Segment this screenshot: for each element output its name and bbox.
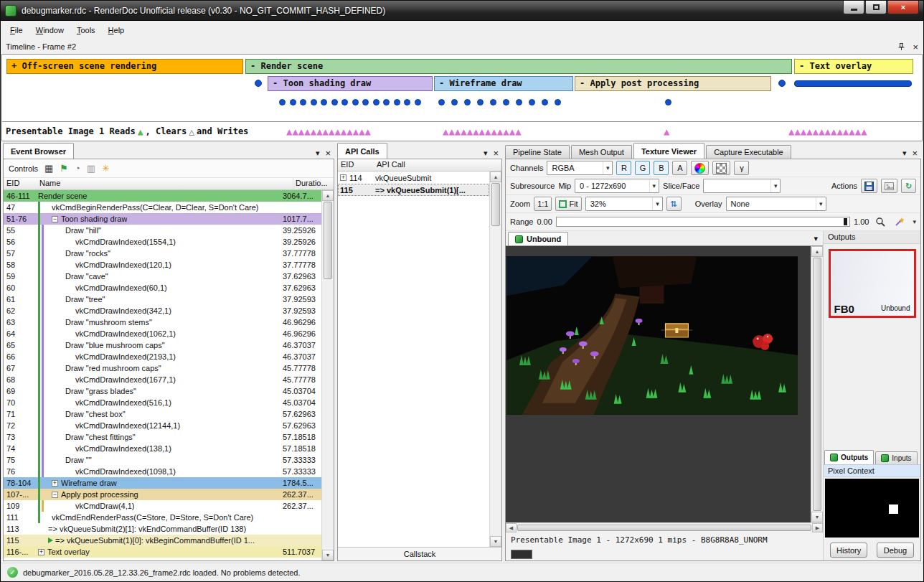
tab-capture-executable[interactable]: Capture Executable [706, 145, 791, 159]
minimize-button[interactable] [843, 1, 864, 14]
event-row[interactable]: 109vkCmdDraw(4,1)262.37... [4, 500, 321, 512]
texture-list-chevron-icon[interactable]: ▾ [811, 234, 821, 245]
scroll-down-icon[interactable]: ▼ [490, 536, 501, 547]
texture-tab-unbound[interactable]: Unbound [508, 232, 568, 245]
column-eid[interactable]: EID [4, 178, 38, 189]
collapse-icon[interactable]: − [52, 216, 58, 222]
writes-triangles-group[interactable]: ▲▲▲▲▲▲▲▲▲▲▲▲▲▲ [286, 126, 371, 137]
api-call-row[interactable]: 115=> vkQueueSubmit(1)[... [338, 184, 489, 196]
writes-triangles-group[interactable]: ▲▲▲▲▲▲▲▲▲▲▲▲▲ [788, 126, 867, 137]
slice-face-select[interactable]: ▾ [703, 179, 781, 193]
api-calls-scrollbar[interactable]: ▲ ▼ [489, 172, 501, 547]
refresh-button[interactable]: ↻ [901, 179, 916, 193]
timeline-draw-dot[interactable] [477, 99, 484, 105]
open-texture-button[interactable] [881, 179, 897, 193]
timeline-marker-bar[interactable]: - Render scene [245, 59, 792, 74]
timeline-draw-dot[interactable] [290, 99, 296, 105]
event-row[interactable]: 75Draw ""57.33333 [4, 454, 321, 466]
timeline-draw-dot[interactable] [321, 99, 327, 105]
close-button[interactable]: × [887, 1, 919, 14]
column-name[interactable]: Name [38, 178, 293, 189]
texture-viewer-close-icon[interactable]: × [912, 148, 918, 159]
options-star-icon[interactable]: ✳ [102, 164, 110, 173]
timeline-draw-dot[interactable] [665, 99, 671, 105]
texture-display[interactable] [506, 246, 811, 522]
save-texture-button[interactable] [861, 179, 877, 193]
bookmark-flag-icon[interactable]: ⚑ [60, 164, 68, 173]
mip-select[interactable]: 0 - 1272x690 ▾ [575, 179, 659, 193]
event-browser-menu-icon[interactable]: ▾ [316, 149, 320, 158]
menu-tools[interactable]: Tools [70, 22, 102, 38]
timeline-marker-bar[interactable]: - Toon shading draw [268, 76, 433, 91]
side-tab-inputs[interactable]: Inputs [875, 451, 917, 464]
scroll-up-icon[interactable]: ▲ [490, 172, 501, 182]
zoom-range-button[interactable] [872, 215, 888, 229]
timeline-marker-bar[interactable]: + Off-screen scene rendering [6, 59, 243, 74]
timeline-marker-bar[interactable]: - Wireframe draw [434, 76, 573, 91]
timeline-draw-dot[interactable] [778, 80, 786, 87]
range-min-value[interactable]: 0.00 [537, 217, 552, 226]
event-row[interactable]: 64vkCmdDrawIndexed(1062,1)46.96296 [4, 328, 321, 339]
event-row[interactable]: 59Draw "cave"37.62963 [4, 271, 321, 282]
event-row[interactable]: 73Draw "chest fittings"57.18518 [4, 431, 321, 443]
channels-select[interactable]: RGBA ▾ [547, 161, 613, 175]
background-checker-button[interactable] [712, 161, 730, 175]
gamma-button[interactable]: γ [734, 161, 749, 175]
texture-viewer-menu-icon[interactable]: ▾ [902, 149, 907, 158]
timeline-draw-dot[interactable] [451, 99, 458, 105]
overlay-select[interactable]: None ▾ [726, 197, 826, 211]
range-options-icon[interactable]: ▾ [913, 218, 916, 225]
timeline-draw-dot[interactable] [555, 99, 561, 105]
column-duration[interactable]: Duratio... [293, 178, 334, 189]
event-row[interactable]: 115=> vkQueueSubmit(1)[0]: vkBeginComman… [4, 535, 321, 546]
timeline-draw-dot[interactable] [311, 99, 317, 105]
event-row[interactable]: 66vkCmdDrawIndexed(2193,1)46.37037 [4, 351, 321, 362]
event-row[interactable]: 62vkCmdDrawIndexed(342,1)37.92593 [4, 305, 321, 316]
event-row[interactable]: 113=> vkQueueSubmit(2)[1]: vkEndCommandB… [4, 523, 321, 535]
column-api-call[interactable]: API Call [375, 159, 501, 171]
range-max-value[interactable]: 1.00 [854, 217, 869, 226]
expand-icon[interactable]: + [340, 174, 346, 181]
controls-label[interactable]: Controls [9, 164, 38, 173]
event-row[interactable]: 55Draw "hill"39.25926 [4, 225, 321, 236]
event-row[interactable]: 58vkCmdDrawIndexed(120,1)37.77778 [4, 259, 321, 271]
side-tab-outputs[interactable]: Outputs [824, 450, 874, 464]
timeline-draw-dot[interactable] [373, 99, 380, 105]
scroll-left-icon[interactable]: ◀ [506, 523, 517, 532]
column-eid[interactable]: EID [338, 159, 375, 171]
event-row[interactable]: 72vkCmdDrawIndexed(12144,1)57.62963 [4, 420, 321, 431]
event-row[interactable]: 46-111Render scene3064.7... [4, 190, 321, 202]
api-calls-menu-icon[interactable]: ▾ [484, 149, 488, 158]
timeline-draw-dot[interactable] [300, 99, 306, 105]
event-row[interactable]: 68vkCmdDrawIndexed(1677,1)45.77778 [4, 374, 321, 385]
timeline-draw-dot[interactable] [362, 99, 369, 105]
event-row[interactable]: 107-...−Apply post processing262.37... [4, 489, 321, 500]
flip-y-button[interactable]: ⇅ [666, 197, 682, 211]
timeline-marker-bar[interactable]: - Text overlay [794, 59, 913, 74]
event-row[interactable]: 47vkCmdBeginRenderPass(C=Clear, D=Clear,… [4, 202, 321, 213]
scroll-thumb[interactable] [517, 525, 811, 531]
event-browser-scrollbar[interactable]: ▲ ▼ [321, 190, 334, 560]
scroll-down-icon[interactable]: ▼ [811, 512, 823, 522]
menu-window[interactable]: Window [29, 22, 70, 38]
scroll-thumb[interactable] [813, 258, 821, 511]
event-row[interactable]: 57Draw "rocks"37.77778 [4, 248, 321, 259]
texture-horizontal-scrollbar[interactable]: ◀ ▶ [506, 522, 823, 532]
timeline-draw-dot[interactable] [516, 99, 522, 105]
scroll-right-icon[interactable]: ▶ [812, 523, 823, 532]
pin-icon[interactable] [897, 42, 905, 51]
tab-texture-viewer[interactable]: Texture Viewer [633, 143, 704, 159]
timeline-draw-dot[interactable] [352, 99, 359, 105]
maximize-button[interactable] [865, 1, 887, 14]
timeline-draw-dot[interactable] [503, 99, 509, 105]
texture-vertical-scrollbar[interactable]: ▲ ▼ [811, 246, 823, 522]
tab-api-calls[interactable]: API Calls [337, 143, 387, 159]
event-row[interactable]: 71Draw "chest box"57.62963 [4, 408, 321, 420]
timeline-draw-dot[interactable] [542, 99, 548, 105]
debug-button[interactable]: Debug [877, 543, 914, 558]
callstack-section[interactable]: Callstack [338, 547, 501, 560]
zoom-1to1-button[interactable]: 1:1 [534, 197, 552, 211]
collapse-icon[interactable]: − [52, 492, 58, 498]
tab-event-browser[interactable]: Event Browser [3, 143, 74, 159]
range-slider[interactable] [556, 217, 850, 227]
